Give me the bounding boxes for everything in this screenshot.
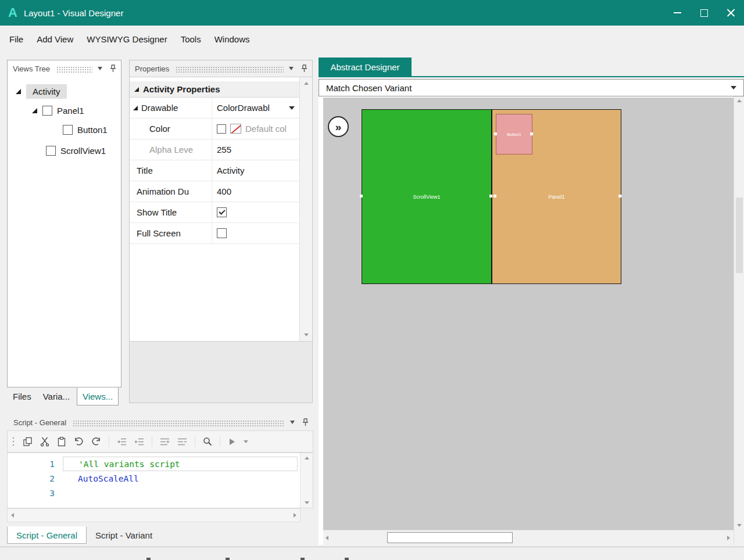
outdent-icon[interactable] xyxy=(134,437,144,446)
line-number: 2 xyxy=(8,474,63,483)
comment-icon[interactable] xyxy=(160,437,170,446)
resize-handle[interactable] xyxy=(489,195,492,198)
menu-file[interactable]: File xyxy=(9,34,23,44)
properties-scrollbar[interactable] xyxy=(299,77,312,341)
chevron-down-icon[interactable] xyxy=(98,67,102,70)
expander-icon[interactable] xyxy=(134,87,139,92)
tree-node-scrollview1[interactable]: ScrollView1 xyxy=(8,141,121,160)
chevron-down-icon[interactable] xyxy=(290,421,295,424)
color-label: Color xyxy=(149,124,170,134)
copy-icon[interactable] xyxy=(23,437,33,447)
color-value[interactable]: Default col xyxy=(245,124,287,134)
pin-icon[interactable] xyxy=(301,64,308,73)
full-screen-checkbox[interactable] xyxy=(217,228,227,238)
undo-icon[interactable] xyxy=(74,437,84,446)
scroll-right-icon[interactable] xyxy=(294,513,296,518)
property-row-show-title: Show Title xyxy=(130,202,299,223)
menu-add-view[interactable]: Add View xyxy=(37,34,73,44)
redo-icon[interactable] xyxy=(91,437,101,446)
line-number: 3 xyxy=(8,489,63,498)
scroll-left-icon[interactable] xyxy=(326,536,328,540)
tab-script-variant[interactable]: Script - Variant xyxy=(95,526,152,544)
editor-scrollbar-horizontal[interactable] xyxy=(7,508,301,522)
resize-handle[interactable] xyxy=(618,195,621,198)
show-title-checkbox[interactable] xyxy=(217,207,227,217)
uncomment-icon[interactable] xyxy=(177,437,187,446)
scroll-up-icon xyxy=(304,82,309,85)
resize-handle[interactable] xyxy=(530,132,533,135)
minimize-button[interactable] xyxy=(664,0,691,26)
double-chevron-icon: » xyxy=(335,121,342,132)
category-label: Activity Properties xyxy=(143,84,220,94)
alpha-level-value[interactable]: 255 xyxy=(217,145,231,155)
tree-node-button1[interactable]: Button1 xyxy=(8,120,121,139)
indent-icon[interactable] xyxy=(117,437,127,446)
designer-scrollbar-horizontal[interactable] xyxy=(323,530,734,545)
left-dock-tabs: Files Varia... Views... xyxy=(7,387,121,405)
tab-views[interactable]: Views... xyxy=(77,387,119,405)
resize-handle[interactable] xyxy=(494,132,497,135)
panel1-checkbox[interactable] xyxy=(42,106,52,116)
dropdown-arrow-icon xyxy=(731,86,736,89)
drawable-value[interactable]: ColorDrawabl xyxy=(217,103,270,113)
designer-element-button1[interactable]: Button1 xyxy=(496,114,532,155)
designer-scrollbar-vertical[interactable] xyxy=(734,96,744,530)
menu-tools[interactable]: Tools xyxy=(181,34,201,44)
menu-windows[interactable]: Windows xyxy=(214,34,250,44)
designer-element-scrollview1[interactable]: ScrollView1 xyxy=(362,109,492,284)
resize-handle[interactable] xyxy=(493,195,496,198)
scroll-right-icon[interactable] xyxy=(727,536,730,540)
scroll-left-icon[interactable] xyxy=(11,513,14,518)
close-button[interactable] xyxy=(717,0,744,26)
views-tree-title: Views Tree xyxy=(13,64,50,73)
code-line: 3 xyxy=(8,486,300,500)
expander-icon[interactable] xyxy=(133,106,138,110)
search-icon[interactable] xyxy=(203,437,212,446)
tree-node-activity[interactable]: Activity xyxy=(8,82,121,101)
property-row-title: Title Activity xyxy=(130,160,299,181)
views-tree-panel: Views Tree Activity Panel1 Button1 xyxy=(7,60,121,387)
more-options-icon[interactable] xyxy=(244,440,248,443)
paste-icon[interactable] xyxy=(57,437,66,447)
clipped-ui-fragment xyxy=(146,558,151,560)
scrollbar-thumb[interactable] xyxy=(736,198,743,273)
scrollbar-thumb[interactable] xyxy=(387,532,513,543)
editor-scrollbar-vertical[interactable] xyxy=(300,453,313,508)
expander-icon[interactable] xyxy=(16,89,21,94)
views-tree-header: Views Tree xyxy=(8,60,121,77)
tab-files[interactable]: Files xyxy=(13,387,31,405)
tab-script-general[interactable]: Script - General xyxy=(7,526,87,544)
tree-node-panel1[interactable]: Panel1 xyxy=(8,101,121,120)
run-icon[interactable] xyxy=(228,437,236,446)
designer-canvas[interactable]: » ScrollView1 Panel1 Button1 xyxy=(323,98,734,530)
cut-icon[interactable] xyxy=(40,437,49,447)
animation-duration-value[interactable]: 400 xyxy=(217,186,231,196)
tab-variants[interactable]: Varia... xyxy=(43,387,70,405)
button1-checkbox[interactable] xyxy=(63,125,73,135)
chevron-down-icon[interactable] xyxy=(289,67,294,70)
clipped-ui-fragment xyxy=(226,558,230,560)
pin-icon[interactable] xyxy=(109,64,117,73)
property-row-drawable: Drawable ColorDrawabl xyxy=(130,98,299,119)
color-swatch[interactable] xyxy=(230,124,241,134)
variant-selector[interactable]: Match Chosen Variant xyxy=(319,79,744,96)
pin-icon[interactable] xyxy=(302,418,309,427)
expander-icon[interactable] xyxy=(32,108,37,113)
title-value[interactable]: Activity xyxy=(217,166,245,175)
script-editor[interactable]: 1 'All variants script 2 AutoScaleAll 3 xyxy=(7,453,313,508)
tab-abstract-designer[interactable]: Abstract Designer xyxy=(319,58,412,77)
tree-node-activity-label: Activity xyxy=(26,84,67,99)
color-checkbox[interactable] xyxy=(217,124,226,134)
script-tabs: Script - General Script - Variant xyxy=(7,526,152,544)
maximize-button[interactable] xyxy=(691,0,717,26)
expand-tools-button[interactable]: » xyxy=(328,116,349,137)
show-title-label: Show Title xyxy=(137,207,177,217)
grip-icon[interactable] xyxy=(12,436,15,447)
title-label: Title xyxy=(137,166,153,175)
resize-handle[interactable] xyxy=(360,195,363,198)
category-activity-properties[interactable]: Activity Properties xyxy=(130,81,299,98)
menu-wysiwyg-designer[interactable]: WYSIWYG Designer xyxy=(87,34,167,44)
property-grid-rows: Activity Properties Drawable ColorDrawab… xyxy=(130,77,299,341)
scrollview1-checkbox[interactable] xyxy=(46,146,56,156)
dropdown-arrow-icon[interactable] xyxy=(289,106,295,110)
